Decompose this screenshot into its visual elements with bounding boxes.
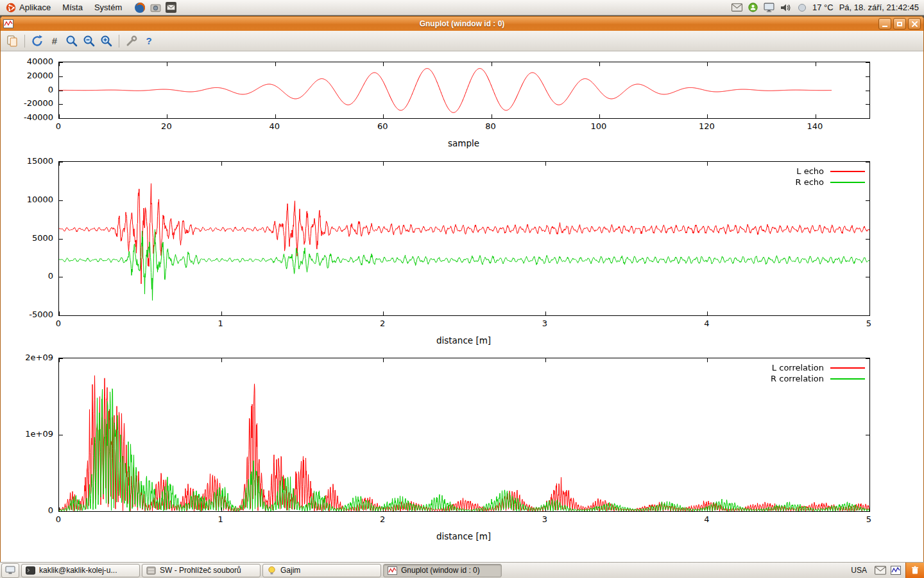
legend-label: L correlation <box>772 363 824 372</box>
taskbar-button-gnuplot[interactable]: Gnuplot (window id : 0) <box>383 564 502 577</box>
maximize-button[interactable] <box>893 18 906 30</box>
gnuplot-icon <box>388 566 397 575</box>
volume-icon[interactable] <box>780 3 792 12</box>
menu-system-label: Systém <box>94 3 122 12</box>
y-tick-label: 5000 <box>8 233 53 243</box>
y-tick-label: 2e+09 <box>8 353 53 363</box>
mail-launcher-icon[interactable] <box>166 2 176 13</box>
legend-row: L echo <box>796 166 865 177</box>
taskbar-right: USA <box>848 563 924 578</box>
legend: L echoR echo <box>795 166 865 188</box>
close-icon <box>912 21 918 27</box>
toolbar-separator <box>24 35 25 48</box>
y-tick-label: 0 <box>8 505 53 516</box>
x-tick-label: 100 <box>579 121 618 132</box>
firefox-icon[interactable] <box>134 2 146 13</box>
legend: L correlationR correlation <box>771 362 865 384</box>
gajim-icon <box>267 566 277 575</box>
terminal-icon <box>26 566 35 575</box>
toolbar: # ? <box>1 31 923 51</box>
taskbar-button-label: Gajim <box>280 566 300 575</box>
show-desktop-button[interactable] <box>1 563 19 578</box>
menu-places-label: Místa <box>62 3 83 12</box>
plot-canvas-echo-traces[interactable] <box>59 162 869 315</box>
legend-line-sample <box>830 367 865 369</box>
minimize-button[interactable] <box>878 18 891 30</box>
top-panel: Aplikace Místa Systém <box>0 0 924 15</box>
toolbar-separator <box>119 35 119 48</box>
mail-icon[interactable] <box>732 3 742 12</box>
menu-places[interactable]: Místa <box>56 0 89 15</box>
taskbar: kaklik@kaklik-kolej-u... SW - Prohlížeč … <box>0 562 924 578</box>
minimize-icon <box>882 26 887 27</box>
panel-left: Aplikace Místa Systém <box>0 0 176 15</box>
y-tick-label: 0 <box>8 271 53 281</box>
display-icon[interactable] <box>764 3 774 12</box>
copy-icon[interactable] <box>4 33 20 49</box>
x-tick-label: 5 <box>850 514 888 525</box>
x-tick-label: 2 <box>363 319 402 329</box>
x-tick-label: 2 <box>363 514 402 525</box>
x-tick-label: 1 <box>201 514 240 525</box>
x-tick-label: 1 <box>201 319 240 329</box>
temperature-label[interactable]: 17 °C <box>812 3 834 12</box>
x-tick-label: 0 <box>39 319 78 329</box>
window-controls <box>877 18 921 30</box>
x-tick-label: 3 <box>526 319 564 329</box>
x-tick-label: 140 <box>796 121 834 132</box>
plot-frame-correlation-traces <box>58 358 870 512</box>
zoom-next-icon[interactable] <box>81 33 97 49</box>
help-icon[interactable]: ? <box>141 33 157 49</box>
plot-icon[interactable] <box>891 565 901 575</box>
y-tick-label: -40000 <box>8 112 53 123</box>
clock-label[interactable]: Pá, 18. září, 21:42:45 <box>839 3 919 12</box>
plot-area: 02040608010012014040000200000-20000-4000… <box>1 51 923 562</box>
panel-launchers <box>134 2 176 13</box>
menu-system[interactable]: Systém <box>89 0 128 15</box>
ubuntu-logo-icon <box>6 3 16 13</box>
x-tick-label: 0 <box>39 121 78 132</box>
taskbar-button-terminal[interactable]: kaklik@kaklik-kolej-u... <box>21 564 140 577</box>
gnuplot-window: Gnuplot (window id : 0) # ? <box>0 16 924 562</box>
plot-canvas-sample-waveform[interactable] <box>59 62 869 118</box>
x-tick-label: 3 <box>526 514 564 525</box>
weather-icon[interactable] <box>798 3 807 12</box>
autoscale-icon[interactable] <box>99 33 114 49</box>
presence-icon[interactable] <box>748 3 758 12</box>
zoom-previous-icon[interactable] <box>64 33 80 49</box>
trash-icon[interactable] <box>905 563 924 578</box>
y-tick-label: 40000 <box>8 57 53 67</box>
mail-icon[interactable] <box>875 566 886 575</box>
show-desktop-icon <box>5 566 15 575</box>
x-axis-label: sample <box>58 138 869 148</box>
window-title: Gnuplot (window id : 0) <box>1 19 923 28</box>
plot-canvas-correlation-traces[interactable] <box>59 358 869 511</box>
close-button[interactable] <box>908 18 921 30</box>
taskbar-button-file-manager[interactable]: SW - Prohlížeč souborů <box>142 564 261 577</box>
y-tick-label: 1e+09 <box>8 429 53 439</box>
photo-icon[interactable] <box>150 3 161 12</box>
x-tick-label: 60 <box>363 121 402 132</box>
legend-line-sample <box>830 378 865 380</box>
taskbar-button-gajim[interactable]: Gajim <box>262 564 381 577</box>
plot-frame-echo-traces <box>58 161 870 316</box>
grid-icon[interactable]: # <box>47 33 62 49</box>
file-manager-icon <box>146 566 156 575</box>
x-axis-label: distance [m] <box>58 531 869 541</box>
x-tick-label: 40 <box>255 121 294 132</box>
keyboard-layout-indicator[interactable]: USA <box>848 566 870 575</box>
y-tick-label: 20000 <box>8 71 53 81</box>
legend-line-sample <box>830 171 865 172</box>
titlebar[interactable]: Gnuplot (window id : 0) <box>1 17 923 31</box>
settings-icon[interactable] <box>124 33 139 49</box>
legend-row: R correlation <box>771 373 865 384</box>
taskbar-button-label: kaklik@kaklik-kolej-u... <box>39 566 117 575</box>
x-tick-label: 4 <box>687 319 726 329</box>
panel-right: 17 °C Pá, 18. září, 21:42:45 <box>732 0 924 15</box>
x-tick-label: 80 <box>472 121 510 132</box>
y-tick-label: -5000 <box>8 310 53 320</box>
menu-applications[interactable]: Aplikace <box>0 0 56 15</box>
legend-label: L echo <box>796 166 824 176</box>
replot-icon[interactable] <box>30 33 45 49</box>
x-tick-label: 20 <box>147 121 185 132</box>
